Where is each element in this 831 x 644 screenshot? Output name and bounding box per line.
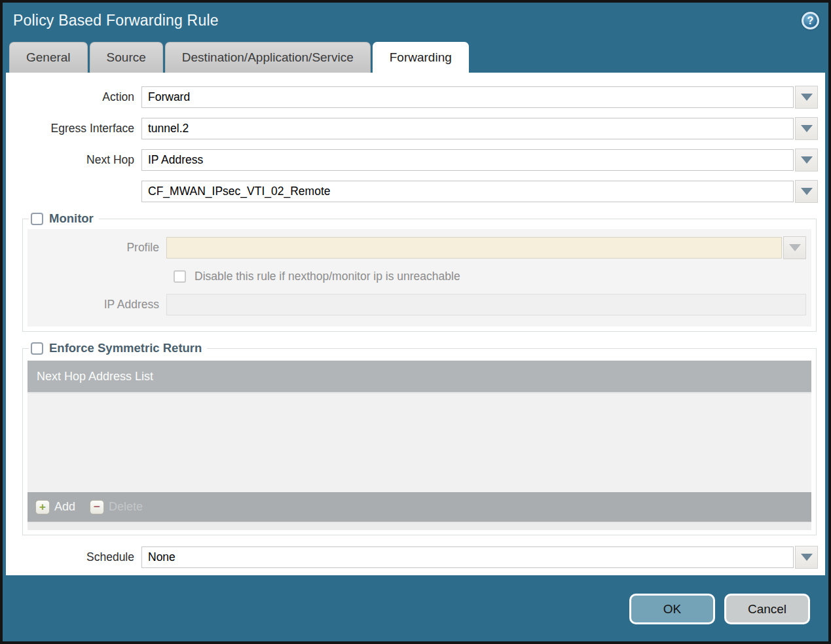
next-hop-address-dropdown-button[interactable] [795, 180, 818, 203]
chevron-down-icon [801, 156, 813, 164]
next-hop-address-list-body[interactable] [28, 392, 811, 492]
chevron-down-icon [801, 94, 813, 101]
next-hop-type-input[interactable] [141, 149, 794, 171]
chevron-down-icon [801, 188, 813, 195]
schedule-label: Schedule [6, 550, 141, 564]
next-hop-row: Next Hop [6, 149, 818, 171]
next-hop-address-row [6, 180, 818, 203]
egress-interface-input[interactable] [141, 118, 794, 139]
enforce-symmetric-return-section: Enforce Symmetric Return Next Hop Addres… [22, 341, 817, 535]
tab-destination-application-service[interactable]: Destination/Application/Service [165, 42, 371, 73]
next-hop-label: Next Hop [6, 153, 141, 167]
disable-rule-checkbox [174, 270, 186, 283]
monitor-section-body: Profile Disable this rule if nexthop/mon… [28, 229, 811, 327]
minus-icon: − [90, 500, 104, 514]
ok-button[interactable]: OK [629, 594, 715, 624]
table-pager-strip [28, 522, 811, 530]
next-hop-address-list-header: Next Hop Address List [28, 361, 811, 392]
tab-general[interactable]: General [9, 42, 88, 73]
tab-forwarding[interactable]: Forwarding [373, 42, 469, 73]
monitor-checkbox[interactable] [31, 213, 43, 225]
next-hop-address-list-toolbar: + Add − Delete [28, 492, 811, 522]
add-button[interactable]: + Add [35, 500, 75, 514]
add-button-label: Add [54, 500, 75, 514]
next-hop-dropdown-button[interactable] [795, 149, 818, 171]
egress-interface-dropdown-button[interactable] [795, 117, 818, 140]
monitor-profile-dropdown-button [783, 236, 806, 259]
egress-interface-row: Egress Interface [6, 117, 818, 140]
monitor-disable-rule-row: Disable this rule if nexthop/monitor ip … [174, 270, 811, 283]
next-hop-address-list-table: Next Hop Address List + Add − Delete [28, 361, 811, 530]
action-dropdown-button[interactable] [795, 86, 818, 109]
tab-bar: General Source Destination/Application/S… [3, 42, 828, 73]
dialog-button-bar: OK Cancel [3, 575, 828, 624]
disable-rule-label: Disable this rule if nexthop/monitor ip … [194, 270, 460, 283]
action-label: Action [6, 90, 141, 104]
enforce-symmetric-return-checkbox[interactable] [31, 342, 43, 355]
monitor-ip-address-label: IP Address [28, 298, 166, 312]
dialog-titlebar: Policy Based Forwarding Rule ? [3, 3, 828, 42]
tab-source[interactable]: Source [90, 42, 163, 73]
forwarding-tab-panel: Action Egress Interface Next Hop Monitor [6, 73, 825, 575]
plus-icon: + [35, 500, 50, 514]
schedule-input[interactable] [141, 546, 794, 568]
monitor-section: Monitor Profile Disable this rule if nex… [22, 211, 817, 332]
schedule-row: Schedule [6, 546, 818, 569]
monitor-ip-address-input [166, 294, 806, 315]
monitor-profile-row: Profile [28, 236, 806, 259]
cancel-button[interactable]: Cancel [724, 594, 810, 624]
chevron-down-icon [789, 244, 801, 251]
dialog-title: Policy Based Forwarding Rule [13, 12, 219, 29]
monitor-profile-input [166, 237, 782, 259]
monitor-ip-address-row: IP Address [28, 294, 806, 315]
egress-interface-label: Egress Interface [6, 122, 141, 135]
enforce-symmetric-return-title: Enforce Symmetric Return [49, 341, 202, 355]
chevron-down-icon [801, 125, 813, 132]
action-row: Action [6, 86, 818, 109]
help-icon[interactable]: ? [802, 12, 819, 29]
monitor-profile-label: Profile [28, 241, 166, 255]
schedule-dropdown-button[interactable] [795, 546, 818, 569]
delete-button[interactable]: − Delete [90, 500, 143, 514]
monitor-section-title: Monitor [49, 211, 94, 226]
action-input[interactable] [141, 86, 794, 108]
next-hop-address-input[interactable] [141, 181, 794, 202]
chevron-down-icon [801, 554, 813, 561]
delete-button-label: Delete [109, 500, 143, 514]
